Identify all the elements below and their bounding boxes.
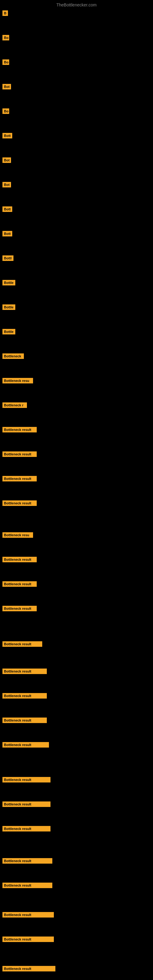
list-item: Bottle [2,302,15,312]
list-item: Bottleneck resu [2,376,33,385]
bottleneck-label: Bottleneck result [2,500,37,506]
bottleneck-label: Bottleneck resu [2,532,33,538]
list-item: Bottleneck result [2,499,37,508]
bottleneck-label: Bott [2,207,12,212]
bottleneck-label: Bott [2,133,12,138]
list-item: Bottleneck result [2,474,37,483]
list-item: Bottleneck result [2,775,51,784]
bottleneck-label: Bottleneck result [2,937,54,942]
bottleneck-label: B [2,10,8,16]
list-item: Bottleneck resu [2,530,33,539]
list-item: Bottleneck result [2,691,47,700]
bottleneck-label: Bottleneck resu [2,378,33,383]
list-item: Bottleneck result [2,425,37,434]
bottleneck-label: Bot [2,182,11,188]
bottleneck-label: Bottleneck result [2,826,51,832]
bottleneck-label: Bottle [2,304,15,310]
list-item: Bottleneck result [2,964,56,973]
list-item: Bo [2,57,9,67]
bottleneck-label: Bott [2,231,12,236]
list-item: Bott [2,131,12,140]
bottleneck-label: Bottleneck r [2,402,27,408]
bottleneck-label: Bottleneck result [2,452,37,457]
bottleneck-label: Bo [2,108,9,114]
list-item: Bottleneck result [2,800,51,809]
list-item: Bottle [2,278,15,287]
list-item: Bottleneck result [2,856,52,865]
bottleneck-label: Bottl [2,255,13,261]
site-title: TheBottlenecker.com [0,0,153,9]
bottleneck-label: Bottleneck result [2,693,47,698]
bottleneck-label: Bottleneck result [2,606,37,611]
bottleneck-label: Bottleneck result [2,557,37,562]
list-item: Bottleneck result [2,450,37,459]
bottleneck-label: Bottle [2,280,15,285]
list-item: Bottleneck result [2,667,47,676]
list-item: Bottleneck [2,352,24,361]
bottleneck-label: Bottleneck result [2,858,52,864]
list-item: Bottleneck result [2,640,42,649]
bottleneck-label: Bottleneck result [2,427,37,433]
bottleneck-label: Bottleneck result [2,802,51,807]
list-item: Bottle [2,327,15,336]
bottleneck-label: Bottleneck result [2,581,37,587]
list-item: Bot [2,156,11,165]
bottleneck-label: Bo [2,59,9,65]
list-item: Bo [2,107,9,116]
bottleneck-label: Bottleneck result [2,718,47,723]
bottleneck-label: Bottleneck result [2,912,54,918]
list-item: Bottleneck result [2,824,51,833]
bottleneck-label: Bottle [2,329,15,334]
bottleneck-label: Bottleneck result [2,966,56,971]
list-item: Bottleneck result [2,579,37,589]
list-item: Bottleneck result [2,555,37,564]
list-item: Bot [2,82,11,91]
bottleneck-label: Bot [2,84,11,89]
list-item: Bottleneck result [2,716,47,725]
list-item: Bottleneck r [2,401,27,410]
bottleneck-label: Bottleneck result [2,668,47,674]
list-item: Bottleneck result [2,740,49,749]
list-item: Bottl [2,254,13,263]
bottleneck-label: Bottleneck [2,353,24,359]
bottleneck-label: Bo [2,35,9,40]
list-item: Bottleneck result [2,604,37,613]
list-item: Bottleneck result [2,881,52,890]
bottleneck-label: Bot [2,158,11,163]
bottleneck-label: Bottleneck result [2,742,49,748]
list-item: Bottleneck result [2,910,54,920]
list-item: Bott [2,205,12,214]
list-item: Bot [2,180,11,189]
list-item: Bo [2,33,9,42]
list-item: Bottleneck result [2,935,54,944]
bottleneck-label: Bottleneck result [2,476,37,481]
list-item: Bott [2,229,12,238]
bottleneck-label: Bottleneck result [2,777,51,783]
list-item: B [2,9,8,18]
bottleneck-label: Bottleneck result [2,641,42,647]
bottleneck-label: Bottleneck result [2,883,52,888]
